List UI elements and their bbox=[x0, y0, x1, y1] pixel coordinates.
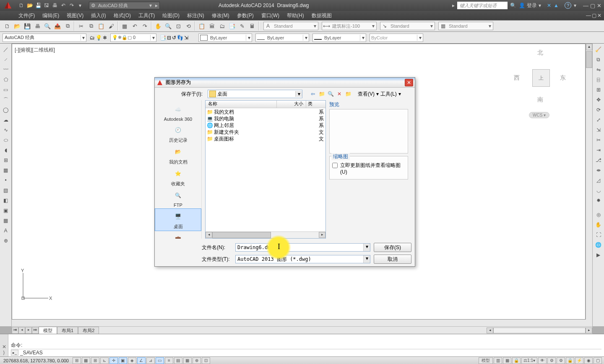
help-icon[interactable]: ? bbox=[565, 2, 571, 9]
chevron-down-icon[interactable]: ▾ bbox=[417, 35, 423, 41]
help-chevron-icon[interactable]: ▾ bbox=[574, 3, 576, 8]
col-size[interactable]: 大小 bbox=[277, 101, 306, 108]
anno-scale-combo[interactable]: ⚖ 1:1 ▾ bbox=[521, 357, 537, 364]
match-icon[interactable]: 🖌 bbox=[107, 21, 116, 31]
offset-icon[interactable]: ⌸ bbox=[594, 75, 603, 84]
infer-icon[interactable]: ⊞ bbox=[73, 357, 81, 364]
text-style-combo[interactable]: A ▾ bbox=[263, 22, 318, 30]
app-logo[interactable] bbox=[2, 0, 14, 11]
print-icon[interactable]: 🖶 bbox=[33, 21, 42, 31]
pline-icon[interactable]: 〰 bbox=[2, 65, 10, 74]
chevron-down-icon[interactable]: ▾ bbox=[363, 244, 370, 251]
viewcube-south[interactable]: 南 bbox=[537, 96, 543, 104]
signin-chevron-icon[interactable]: ▾ bbox=[539, 3, 541, 8]
viewcube-wcs[interactable]: WCS ▾ bbox=[529, 112, 549, 118]
menu-file[interactable]: 文件(F) bbox=[15, 11, 38, 20]
osnap-icon[interactable]: ▣ bbox=[119, 357, 127, 364]
cancel-button[interactable]: 取消 bbox=[374, 255, 411, 264]
save-button[interactable]: 保存(S) bbox=[374, 243, 411, 252]
undo-icon[interactable]: ↶ bbox=[60, 2, 67, 9]
rotate-icon[interactable]: ⟳ bbox=[594, 106, 603, 114]
pan-icon[interactable]: ✋ bbox=[154, 21, 163, 31]
annoauto-icon[interactable]: ⚙ bbox=[547, 357, 556, 364]
signin-icon[interactable]: 👤 bbox=[519, 3, 525, 8]
annovis-icon[interactable]: 👁 bbox=[538, 357, 547, 364]
ellipse-icon[interactable]: ⬭ bbox=[2, 136, 10, 144]
plot-icon[interactable]: 🖶 bbox=[51, 2, 59, 9]
place-a360[interactable]: ☁️ Autodesk 360 bbox=[155, 102, 201, 122]
cleanscreen-icon[interactable]: ▢ bbox=[594, 357, 602, 364]
workspace-play-icon[interactable]: ▸ bbox=[154, 3, 159, 8]
break-icon[interactable]: ⎇ bbox=[594, 156, 603, 164]
qnew-icon[interactable]: 🗋 bbox=[18, 2, 25, 9]
maximize-button[interactable]: ▢ bbox=[590, 3, 595, 9]
undo2-icon[interactable]: ↶ bbox=[130, 21, 139, 31]
dialog-close-button[interactable]: ✕ bbox=[405, 79, 413, 86]
isolate-icon[interactable]: ◉ bbox=[584, 357, 593, 364]
chevron-down-icon[interactable]: ▾ bbox=[246, 35, 252, 41]
chevron-down-icon[interactable]: ▾ bbox=[81, 35, 86, 41]
doc-minimize-icon[interactable]: — bbox=[586, 13, 591, 18]
copy3-icon[interactable]: ⧉ bbox=[594, 55, 603, 64]
chevron-down-icon[interactable]: ▾ bbox=[376, 91, 379, 97]
3ddwf-icon[interactable]: ⧉ bbox=[63, 21, 72, 31]
list-item[interactable]: 📁桌面图标文 bbox=[206, 135, 325, 142]
col-type[interactable]: 类 bbox=[306, 101, 325, 108]
dim-style-combo[interactable]: ⟷ ▾ bbox=[322, 22, 377, 30]
zoomext-icon[interactable]: ⛶ bbox=[594, 231, 603, 239]
linetype-combo[interactable]: ByLayer ▾ bbox=[255, 34, 309, 42]
line-icon[interactable]: ／ bbox=[2, 45, 10, 54]
filetype-combo[interactable]: ▾ bbox=[235, 255, 370, 263]
menu-help[interactable]: 帮助(H) bbox=[284, 11, 307, 20]
layer-prev-icon[interactable]: ↺ bbox=[172, 35, 176, 41]
tools-menu[interactable]: 工具(L) bbox=[380, 91, 398, 98]
exchange-apps-icon[interactable]: ▲ bbox=[554, 3, 559, 8]
chevron-down-icon[interactable]: ▾ bbox=[303, 35, 309, 41]
open-icon[interactable]: 📂 bbox=[26, 2, 34, 9]
coordinates-display[interactable]: 207683.618, 127073.780, 0.000 bbox=[0, 358, 72, 363]
polygon-icon[interactable]: ⬠ bbox=[2, 75, 10, 84]
back-icon[interactable]: ⇦ bbox=[309, 90, 317, 98]
infocenter-arrow-icon[interactable]: ▸ bbox=[452, 3, 455, 8]
stretch-icon[interactable]: ⇲ bbox=[594, 126, 603, 134]
am-icon[interactable]: ⊡ bbox=[202, 357, 210, 364]
close-button[interactable]: ✕ bbox=[597, 3, 601, 9]
join-icon[interactable]: ⇼ bbox=[594, 166, 603, 174]
layer-on-icon[interactable]: 💡 bbox=[96, 35, 102, 41]
horizontal-scrollbar[interactable]: ◂▸ bbox=[487, 328, 592, 333]
paste-icon[interactable]: 📋 bbox=[96, 21, 106, 31]
grid-icon[interactable]: ⊞ bbox=[91, 357, 99, 364]
plotstyle-combo[interactable]: ByColor ▾ bbox=[370, 34, 423, 42]
insert-icon[interactable]: ⊞ bbox=[2, 156, 10, 164]
revcloud-icon[interactable]: ☁ bbox=[2, 116, 10, 124]
snap-icon[interactable]: ▦ bbox=[82, 357, 90, 364]
zoomwin-icon[interactable]: ⊡ bbox=[174, 21, 183, 31]
layer-states-icon[interactable]: 📑 bbox=[160, 35, 166, 41]
block-icon[interactable]: ▦ bbox=[120, 21, 129, 31]
list-item[interactable]: 🌐网上邻居系 bbox=[206, 122, 325, 129]
menu-format[interactable]: 格式(O) bbox=[110, 11, 134, 20]
tab-model[interactable]: 模型 bbox=[39, 327, 57, 334]
new-icon[interactable]: 🗋 bbox=[3, 21, 12, 31]
place-desktop[interactable]: 🖥️ 桌面 bbox=[155, 208, 201, 231]
menu-edit[interactable]: 编辑(E) bbox=[39, 11, 62, 20]
layer-iso-icon[interactable]: ⊟ bbox=[167, 35, 171, 41]
layer-walk-icon[interactable]: 👣 bbox=[177, 35, 183, 41]
polar-icon[interactable]: ✛ bbox=[109, 357, 118, 364]
table-icon[interactable]: ▦ bbox=[2, 216, 10, 225]
save2-icon[interactable]: 💾 bbox=[23, 21, 32, 31]
color-combo[interactable]: ByLayer ▾ bbox=[198, 34, 252, 42]
look-in-combo[interactable]: 桌面 ▾ bbox=[208, 90, 302, 98]
mirror-icon[interactable]: ⇋ bbox=[594, 65, 603, 74]
dialog-titlebar[interactable]: 图形另存为 ✕ bbox=[155, 78, 415, 88]
place-mydocs[interactable]: 📂 我的文档 bbox=[155, 144, 201, 166]
open2-icon[interactable]: 📂 bbox=[13, 21, 22, 31]
chevron-down-icon[interactable]: ▾ bbox=[360, 35, 366, 41]
filetype-input[interactable] bbox=[236, 255, 363, 263]
signin-label[interactable]: 登录 bbox=[527, 2, 537, 9]
copy-icon[interactable]: ⧉ bbox=[86, 21, 96, 31]
erase-icon[interactable]: 🧹 bbox=[594, 45, 603, 54]
place-ftp[interactable]: 🔍 FTP bbox=[155, 188, 201, 208]
viewcube-west[interactable]: 西 bbox=[514, 74, 520, 82]
chevron-down-icon[interactable]: ▾ bbox=[295, 91, 302, 97]
